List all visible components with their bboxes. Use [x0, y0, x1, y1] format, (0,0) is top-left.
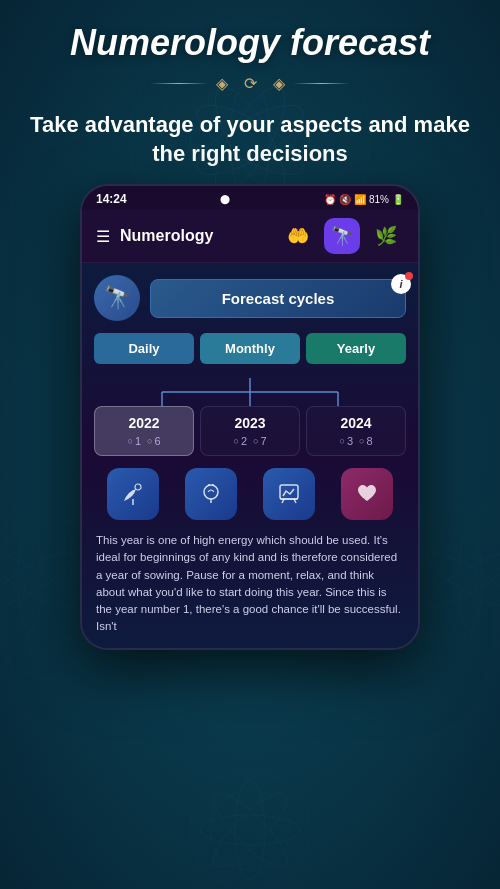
tab-daily[interactable]: Daily [94, 333, 194, 364]
circle-icon-6: ○ [359, 436, 364, 446]
tab-monthly[interactable]: Monthly [200, 333, 300, 364]
year-2022-num2: ○ 6 [147, 435, 161, 447]
forecast-header: 🔭 Forecast cycles i [94, 275, 406, 321]
year-2022-label: 2022 [105, 415, 183, 431]
tab-row: Daily Monthly Yearly [94, 333, 406, 364]
description-text: This year is one of high energy which sh… [94, 532, 406, 636]
ornament-center: ⟳ [244, 74, 257, 93]
ornament-right: ◈ [273, 74, 285, 93]
nav-bar: ☰ Numerology 🤲 🔭 🌿 [82, 210, 418, 263]
signal-icon: 📶 [354, 194, 366, 205]
num1-value-3: 3 [347, 435, 353, 447]
phone-mockup: 14:24 ⬤ ⏰ 🔇 📶 81% 🔋 ☰ Numerology 🤲 🔭 🌿 [80, 184, 420, 650]
nav-hands-icon[interactable]: 🤲 [280, 218, 316, 254]
svg-point-30 [135, 484, 141, 490]
alarm-icon: ⏰ [324, 194, 336, 205]
year-2024-num1: ○ 3 [339, 435, 353, 447]
num2-value: 6 [154, 435, 160, 447]
year-2023-num1: ○ 2 [233, 435, 247, 447]
heart-icon-button[interactable] [341, 468, 393, 520]
year-2023-num2: ○ 7 [253, 435, 267, 447]
circle-icon-1: ○ [127, 436, 132, 446]
year-2024-label: 2024 [317, 415, 395, 431]
info-badge[interactable]: i [391, 274, 411, 294]
sowing-icon-button[interactable] [107, 468, 159, 520]
battery-label: 81% [369, 194, 389, 205]
year-2023-label: 2023 [211, 415, 289, 431]
circle-icon-5: ○ [339, 436, 344, 446]
chart-icon-button[interactable] [263, 468, 315, 520]
nav-leaf-icon[interactable]: 🌿 [368, 218, 404, 254]
circle-icon-3: ○ [233, 436, 238, 446]
forecast-cycles-label: Forecast cycles [222, 290, 335, 307]
mind-icon-button[interactable] [185, 468, 237, 520]
ornament-divider: ◈ ⟳ ◈ [150, 74, 350, 93]
tab-yearly-label: Yearly [337, 341, 375, 356]
ornament-left: ◈ [216, 74, 228, 93]
action-icons-row [94, 468, 406, 520]
num1-value-2: 2 [241, 435, 247, 447]
year-2023-nums: ○ 2 ○ 7 [211, 435, 289, 447]
year-card-2022[interactable]: 2022 ○ 1 ○ 6 [94, 406, 194, 456]
svg-rect-35 [280, 485, 298, 499]
menu-icon[interactable]: ☰ [96, 227, 110, 246]
status-icons: ⏰ 🔇 📶 81% 🔋 [324, 194, 404, 205]
svg-point-31 [204, 485, 218, 499]
year-2024-num2: ○ 8 [359, 435, 373, 447]
tab-daily-label: Daily [128, 341, 159, 356]
forecast-cycles-button[interactable]: Forecast cycles i [150, 279, 406, 318]
num2-value-2: 7 [260, 435, 266, 447]
tab-monthly-label: Monthly [225, 341, 275, 356]
nav-telescope-icon[interactable]: 🔭 [324, 218, 360, 254]
circle-icon-4: ○ [253, 436, 258, 446]
year-card-2024[interactable]: 2024 ○ 3 ○ 8 [306, 406, 406, 456]
subtitle: Take advantage of your aspects and make … [0, 111, 500, 168]
page-title: Numerology forecast [50, 22, 450, 64]
year-card-2023[interactable]: 2023 ○ 2 ○ 7 [200, 406, 300, 456]
year-2022-nums: ○ 1 ○ 6 [105, 435, 183, 447]
year-cards: 2022 ○ 1 ○ 6 2023 [94, 406, 406, 456]
info-icon: i [399, 278, 402, 290]
timeline-connector [94, 378, 406, 406]
year-2024-nums: ○ 3 ○ 8 [317, 435, 395, 447]
nav-icons: 🤲 🔭 🌿 [280, 218, 404, 254]
circle-icon-2: ○ [147, 436, 152, 446]
year-2022-num1: ○ 1 [127, 435, 141, 447]
status-record-icon: ⬤ [220, 194, 230, 204]
phone-body: 🔭 Forecast cycles i Daily Monthly [82, 263, 418, 648]
status-time: 14:24 [96, 192, 127, 206]
mute-icon: 🔇 [339, 194, 351, 205]
battery-icon: 🔋 [392, 194, 404, 205]
num2-value-3: 8 [366, 435, 372, 447]
nav-title: Numerology [120, 227, 280, 245]
tab-yearly[interactable]: Yearly [306, 333, 406, 364]
notification-dot [405, 272, 413, 280]
num1-value: 1 [135, 435, 141, 447]
status-bar: 14:24 ⬤ ⏰ 🔇 📶 81% 🔋 [82, 186, 418, 210]
telescope-button[interactable]: 🔭 [94, 275, 140, 321]
